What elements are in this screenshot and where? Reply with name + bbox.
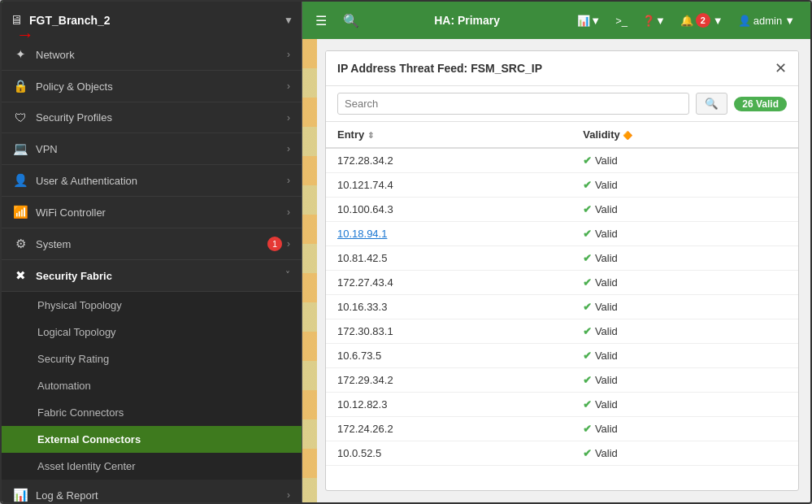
valid-check-icon: ✔ <box>583 276 592 289</box>
sidebar-item-label: System <box>36 238 267 250</box>
table-row: 172.29.34.2✔ Valid <box>326 368 798 393</box>
panel-header: IP Address Threat Feed: FSM_SRC_IP ✕ <box>326 51 798 86</box>
close-button[interactable]: ✕ <box>775 59 787 77</box>
validity-cell: ✔ Valid <box>571 198 798 222</box>
device-dropdown-icon[interactable]: ▼ <box>284 15 293 26</box>
sidebar-item-external-connectors[interactable]: External Connectors <box>2 426 302 453</box>
admin-label: admin <box>753 15 782 27</box>
chevron-right-icon: › <box>287 112 290 124</box>
entry-cell: 10.81.42.5 <box>326 246 571 271</box>
entry-cell: 172.30.83.1 <box>326 319 571 344</box>
sidebar-item-log-report[interactable]: 📊 Log & Report › <box>2 480 302 502</box>
sidebar-item-physical-topology[interactable]: Physical Topology <box>2 292 302 319</box>
panel-title: IP Address Threat Feed: FSM_SRC_IP <box>337 62 542 75</box>
entry-cell: 172.28.34.2 <box>326 148 571 173</box>
sidebar-item-security-profiles[interactable]: 🛡 Security Profiles › <box>2 102 302 133</box>
sidebar-item-label: User & Authentication <box>36 175 287 187</box>
table-row: 10.121.74.4✔ Valid <box>326 173 798 198</box>
validity-cell: ✔ Valid <box>571 246 798 271</box>
sidebar-item-network[interactable]: ✦ Network › <box>2 39 302 71</box>
vpn-icon: 💻 <box>13 141 28 156</box>
validity-column-header[interactable]: Validity 🔶 <box>571 122 798 148</box>
sidebar-item-system[interactable]: ⚙ System 1 › <box>2 228 302 260</box>
sidebar-item-label: Network <box>36 49 287 61</box>
entry-cell: 10.16.33.3 <box>326 295 571 319</box>
notifications-button[interactable]: 🔔 2 ▼ <box>675 11 729 30</box>
wifi-icon: 📶 <box>13 205 28 219</box>
sidebar-item-label: Security Profiles <box>36 111 287 124</box>
chevron-right-icon: › <box>287 238 290 250</box>
sidebar-item-vpn[interactable]: 💻 VPN › <box>2 133 302 165</box>
valid-check-icon: ✔ <box>583 228 592 240</box>
validity-cell: ✔ Valid <box>571 319 798 344</box>
subitem-label: External Connectors <box>37 433 141 445</box>
valid-check-icon: ✔ <box>583 350 592 362</box>
validity-cell: ✔ Valid <box>571 368 798 393</box>
table-body: 172.28.34.2✔ Valid10.121.74.4✔ Valid10.1… <box>326 148 798 466</box>
table-row: 10.6.73.5✔ Valid <box>326 344 798 368</box>
table-row: 10.100.64.3✔ Valid <box>326 198 798 222</box>
validity-cell: ✔ Valid <box>571 173 798 198</box>
sidebar-item-automation[interactable]: Automation <box>2 372 302 399</box>
validity-cell: ✔ Valid <box>571 441 798 466</box>
validity-cell: ✔ Valid <box>571 271 798 295</box>
chevron-right-icon: › <box>287 206 290 218</box>
main-window: → 🖥 FGT_Branch_2 ▼ ☰ 🔍 HA: Primary 📊▼ >_… <box>0 0 812 504</box>
search-input[interactable] <box>337 93 689 115</box>
search-icon[interactable]: 🔍 <box>337 10 366 32</box>
sidebar-item-logical-topology[interactable]: Logical Topology <box>2 319 302 345</box>
red-arrow-indicator: → <box>16 24 34 46</box>
subitem-label: Logical Topology <box>37 326 116 338</box>
table-row: 172.28.34.2✔ Valid <box>326 148 798 173</box>
entry-column-header[interactable]: Entry ⇕ <box>326 122 571 148</box>
user-icon: 👤 <box>13 173 28 188</box>
network-icon: ✦ <box>13 47 28 62</box>
topbar: 🖥 FGT_Branch_2 ▼ ☰ 🔍 HA: Primary 📊▼ >_ ❓… <box>2 2 810 39</box>
search-button[interactable]: 🔍 <box>696 93 727 115</box>
chart-icon: 📊 <box>13 488 28 502</box>
content-area: IP Address Threat Feed: FSM_SRC_IP ✕ 🔍 2… <box>302 39 810 502</box>
entry-link[interactable]: 10.18.94.1 <box>337 228 387 240</box>
sidebar-item-fabric-connectors[interactable]: Fabric Connectors <box>2 399 302 426</box>
subitem-label: Physical Topology <box>37 299 122 311</box>
table-row: 10.16.33.3✔ Valid <box>326 295 798 319</box>
sidebar-item-wifi[interactable]: 📶 WiFi Controller › <box>2 197 302 228</box>
valid-check-icon: ✔ <box>583 252 592 264</box>
menu-icon[interactable]: ☰ <box>309 10 333 32</box>
entry-table: Entry ⇕ Validity 🔶 172.28.34.2✔ Valid10 <box>326 122 798 466</box>
threat-feed-panel: IP Address Threat Feed: FSM_SRC_IP ✕ 🔍 2… <box>325 50 799 491</box>
left-stripe <box>302 39 317 502</box>
sidebar-item-policy[interactable]: 🔒 Policy & Objects › <box>2 71 302 102</box>
sidebar: ✦ Network › 🔒 Policy & Objects › 🛡 Secur… <box>2 39 302 502</box>
device-selector[interactable]: 🖥 FGT_Branch_2 ▼ <box>2 2 302 39</box>
sidebar-item-asset-identity[interactable]: Asset Identity Center <box>2 453 302 480</box>
subitem-label: Automation <box>37 380 91 392</box>
validity-sort-icon: 🔶 <box>623 131 632 140</box>
entry-cell: 10.18.94.1 <box>326 222 571 246</box>
table-row: 10.0.52.5✔ Valid <box>326 441 798 466</box>
table-header: Entry ⇕ Validity 🔶 <box>326 122 798 148</box>
admin-menu-button[interactable]: 👤 admin ▼ <box>732 12 801 29</box>
table-row: 10.18.94.1✔ Valid <box>326 222 798 246</box>
sidebar-item-security-rating[interactable]: Security Rating <box>2 345 302 372</box>
valid-check-icon: ✔ <box>583 179 592 191</box>
sidebar-item-user-auth[interactable]: 👤 User & Authentication › <box>2 165 302 197</box>
entry-cell: 172.29.34.2 <box>326 368 571 393</box>
help-button[interactable]: ❓▼ <box>636 12 671 29</box>
sidebar-item-security-fabric[interactable]: ✖ Security Fabric ˅ <box>2 260 302 292</box>
topbar-right: 📊▼ >_ ❓▼ 🔔 2 ▼ 👤 admin ▼ <box>571 11 810 30</box>
entry-cell: 10.12.82.3 <box>326 393 571 417</box>
notif-badge: 2 <box>696 13 710 28</box>
terminal-button[interactable]: >_ <box>610 12 633 29</box>
sidebar-item-label: VPN <box>36 143 287 155</box>
subitem-label: Fabric Connectors <box>37 406 124 419</box>
system-badge: 1 <box>267 237 282 251</box>
entry-cell: 10.100.64.3 <box>326 198 571 222</box>
validity-cell: ✔ Valid <box>571 344 798 368</box>
table-row: 10.12.82.3✔ Valid <box>326 393 798 417</box>
sidebar-item-label: WiFi Controller <box>36 206 287 219</box>
chevron-right-icon: › <box>287 49 290 60</box>
valid-check-icon: ✔ <box>583 301 592 313</box>
validity-cell: ✔ Valid <box>571 148 798 173</box>
cpu-monitor-button[interactable]: 📊▼ <box>571 12 606 29</box>
